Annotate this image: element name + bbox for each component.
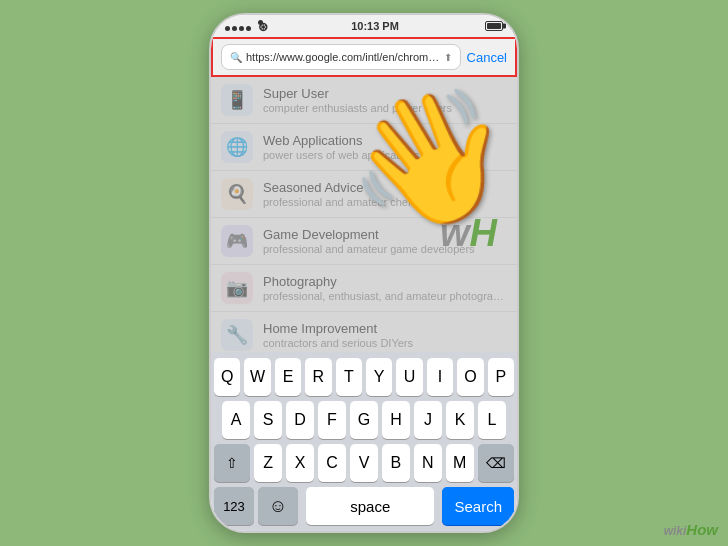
key-z[interactable]: Z [254,444,282,482]
list-item-subtitle-photography: professional, enthusiast, and amateur ph… [263,290,507,302]
key-emoji[interactable]: ☺ [258,487,298,525]
key-n[interactable]: N [414,444,442,482]
list-item-photography[interactable]: 📷 Photography professional, enthusiast, … [211,265,517,312]
list-item-title-home-improvement: Home Improvement [263,321,507,336]
phone-content: ⊛ 10:13 PM 🔍 https://www.google.com/intl… [211,15,517,531]
list-item-subtitle-game-dev: professional and amateur game developers [263,243,507,255]
keyboard-bottom-row: 123 ☺ space Search [214,487,514,525]
url-bar[interactable]: 🔍 https://www.google.com/intl/en/chrome/… [221,44,461,70]
list-item-text-web-app: Web Applications power users of web appl… [263,133,507,161]
share-icon: ⬆ [444,52,452,63]
key-shift[interactable]: ⇧ [214,444,250,482]
key-k[interactable]: K [446,401,474,439]
key-j[interactable]: J [414,401,442,439]
key-q[interactable]: Q [214,358,240,396]
key-p[interactable]: P [488,358,514,396]
signal-dots: ⊛ [225,20,265,33]
key-search[interactable]: Search [442,487,514,525]
list-item-subtitle-seasoned-advice: professional and amateur chefs [263,196,507,208]
list-item-subtitle-home-improvement: contractors and serious DIYers [263,337,507,349]
list-item-text-photography: Photography professional, enthusiast, an… [263,274,507,302]
key-b[interactable]: B [382,444,410,482]
list-item-subtitle-web-app: power users of web applications [263,149,507,161]
battery-indicator [485,21,503,31]
key-t[interactable]: T [336,358,362,396]
list-item-title-photography: Photography [263,274,507,289]
key-v[interactable]: V [350,444,378,482]
wifi-icon: ⊛ [258,20,263,25]
url-bar-area[interactable]: 🔍 https://www.google.com/intl/en/chrome/… [211,37,517,77]
key-u[interactable]: U [396,358,422,396]
list-item-text-home-improvement: Home Improvement contractors and serious… [263,321,507,349]
key-l[interactable]: L [478,401,506,439]
key-h[interactable]: H [382,401,410,439]
keyboard-row-2: ASDFGHJKL [214,401,514,439]
list-item-icon-seasoned-advice: 🍳 [221,178,253,210]
list-item-icon-photography: 📷 [221,272,253,304]
list-item-icon-super-user: 📱 [221,84,253,116]
cancel-button[interactable]: Cancel [467,50,507,65]
key-w[interactable]: W [244,358,270,396]
key-a[interactable]: A [222,401,250,439]
list-item-title-game-dev: Game Development [263,227,507,242]
list-item-text-seasoned-advice: Seasoned Advice professional and amateur… [263,180,507,208]
list-item-home-improvement[interactable]: 🔧 Home Improvement contractors and serio… [211,312,517,352]
key-numbers[interactable]: 123 [214,487,254,525]
list-wrapper: 📱 Super User computer enthusiasts and po… [211,77,517,352]
list-item-text-game-dev: Game Development professional and amateu… [263,227,507,255]
key-x[interactable]: X [286,444,314,482]
key-space[interactable]: space [306,487,434,525]
status-time: 10:13 PM [351,20,399,32]
key-f[interactable]: F [318,401,346,439]
how-text: How [686,521,718,538]
key-m[interactable]: M [446,444,474,482]
list-item-seasoned-advice[interactable]: 🍳 Seasoned Advice professional and amate… [211,171,517,218]
list-item-game-dev[interactable]: 🎮 Game Development professional and amat… [211,218,517,265]
key-e[interactable]: E [275,358,301,396]
url-text: https://www.google.com/intl/en/chrome/..… [246,51,440,63]
list-item-text-super-user: Super User computer enthusiasts and powe… [263,86,507,114]
keyboard-row-1: QWERTYUIOP [214,358,514,396]
key-delete[interactable]: ⌫ [478,444,514,482]
status-bar: ⊛ 10:13 PM [211,15,517,37]
list-section: 📱 Super User computer enthusiasts and po… [211,77,517,352]
key-y[interactable]: Y [366,358,392,396]
list-item-web-app[interactable]: 🌐 Web Applications power users of web ap… [211,124,517,171]
key-r[interactable]: R [305,358,331,396]
key-c[interactable]: C [318,444,346,482]
list-item-title-seasoned-advice: Seasoned Advice [263,180,507,195]
keyboard-row-3: ⇧ZXCVBNM⌫ [214,444,514,482]
key-i[interactable]: I [427,358,453,396]
list-item-icon-home-improvement: 🔧 [221,319,253,351]
list-item-title-super-user: Super User [263,86,507,101]
list-item-title-web-app: Web Applications [263,133,507,148]
phone-frame: ⊛ 10:13 PM 🔍 https://www.google.com/intl… [209,13,519,533]
key-g[interactable]: G [350,401,378,439]
wikihow-badge: wikiHow [664,521,718,538]
wiki-text: wiki [664,524,687,538]
list-item-super-user[interactable]: 📱 Super User computer enthusiasts and po… [211,77,517,124]
key-d[interactable]: D [286,401,314,439]
key-s[interactable]: S [254,401,282,439]
keyboard: QWERTYUIOP ASDFGHJKL ⇧ZXCVBNM⌫ 123 ☺ spa… [211,352,517,531]
lock-icon: 🔍 [230,52,242,63]
list-item-icon-web-app: 🌐 [221,131,253,163]
list-item-icon-game-dev: 🎮 [221,225,253,257]
list-item-subtitle-super-user: computer enthusiasts and power users [263,102,507,114]
key-o[interactable]: O [457,358,483,396]
